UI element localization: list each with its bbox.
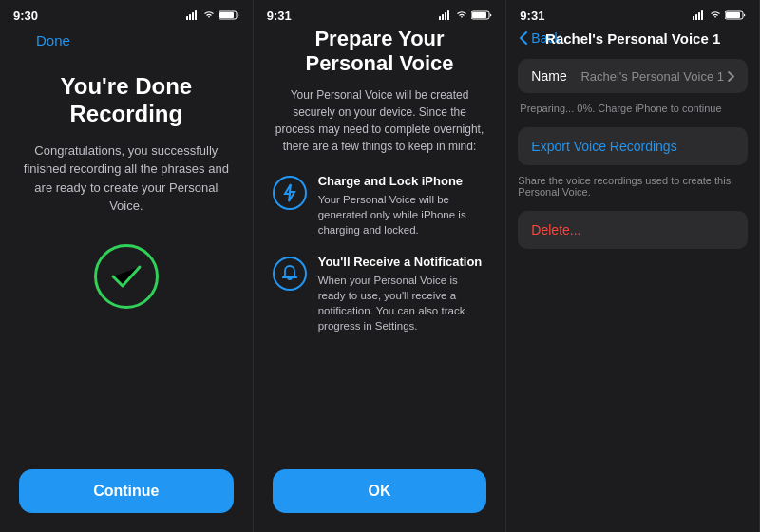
delete-button[interactable]: Delete...	[518, 211, 748, 249]
wifi-icon-2	[456, 10, 467, 20]
status-bar-2: 9:31	[254, 0, 506, 27]
svg-rect-12	[693, 16, 694, 20]
check-circle	[94, 244, 159, 309]
feature-charge-title: Charge and Lock iPhone	[318, 174, 487, 188]
panel-done-recording: 9:30 Done You're Done Recording Congratu…	[0, 0, 254, 532]
delete-btn-label: Delete...	[531, 222, 580, 238]
bell-icon-container	[273, 256, 307, 291]
status-bar-3: 9:31	[506, 0, 759, 27]
svg-rect-5	[219, 12, 234, 18]
panel-settings: 9:31 Back Rachel's Personal Voice 1 Name…	[506, 0, 760, 532]
signal-icon-3	[693, 10, 706, 20]
svg-rect-7	[442, 14, 444, 20]
ok-btn-container: OK	[254, 458, 506, 532]
svg-rect-15	[701, 10, 703, 20]
panel-prepare-voice: 9:31 Prepare Your Personal Voice Your Pe…	[254, 0, 507, 532]
status-bar-1: 9:30	[0, 0, 253, 27]
prepare-content: Prepare Your Personal Voice Your Persona…	[254, 27, 506, 458]
svg-rect-13	[695, 14, 697, 20]
feature-charge: Charge and Lock iPhone Your Personal Voi…	[273, 174, 487, 238]
name-value: Rachel's Personal Voice 1	[580, 69, 724, 84]
battery-icon-2	[471, 10, 492, 20]
svg-rect-17	[726, 12, 740, 18]
export-recordings-button[interactable]: Export Voice Recordings	[518, 127, 748, 165]
name-label: Name	[531, 68, 566, 84]
svg-rect-14	[698, 12, 700, 20]
export-description: Share the voice recordings used to creat…	[506, 171, 759, 205]
done-link[interactable]: Done	[23, 27, 84, 54]
done-content: Done You're Done Recording Congratulatio…	[0, 27, 253, 458]
signal-icon	[186, 10, 200, 20]
lightning-icon	[283, 183, 296, 202]
wifi-icon-3	[710, 10, 721, 20]
signal-icon-2	[439, 10, 452, 20]
feature-notification-desc: When your Personal Voice is ready to use…	[318, 273, 487, 333]
feature-notification-title: You'll Receive a Notification	[318, 255, 487, 269]
svg-rect-8	[445, 12, 446, 20]
name-section: Name Rachel's Personal Voice 1	[518, 59, 748, 93]
chevron-left-icon	[520, 31, 527, 45]
nav-bar: Back Rachel's Personal Voice 1	[506, 27, 759, 53]
feature-notification-text: You'll Receive a Notification When your …	[318, 255, 487, 333]
chevron-right-icon	[728, 71, 734, 82]
svg-rect-2	[192, 12, 194, 20]
name-value-container: Rachel's Personal Voice 1	[580, 69, 734, 84]
prepare-subtitle: Your Personal Voice will be created secu…	[273, 86, 487, 155]
checkmark-icon	[110, 263, 142, 290]
preparing-status: Preparing... 0%. Charge iPhone to contin…	[506, 99, 759, 122]
feature-notification: You'll Receive a Notification When your …	[273, 255, 487, 333]
name-row[interactable]: Name Rachel's Personal Voice 1	[518, 59, 748, 93]
done-subtitle: Congratulations, you successfully finish…	[23, 142, 230, 216]
bell-icon	[282, 265, 297, 282]
wifi-icon	[203, 10, 215, 20]
continue-button[interactable]: Continue	[19, 469, 234, 513]
svg-rect-3	[195, 10, 197, 20]
svg-rect-0	[186, 16, 188, 20]
feature-charge-text: Charge and Lock iPhone Your Personal Voi…	[318, 174, 487, 238]
prepare-heading: Prepare Your Personal Voice	[273, 27, 487, 77]
svg-rect-6	[439, 16, 441, 20]
battery-icon	[218, 10, 239, 20]
status-time-3: 9:31	[520, 9, 544, 23]
status-icons-3	[693, 10, 746, 20]
svg-rect-9	[447, 10, 449, 20]
battery-icon-3	[725, 10, 746, 20]
nav-title: Rachel's Personal Voice 1	[545, 30, 720, 47]
export-btn-label: Export Voice Recordings	[531, 139, 676, 154]
svg-rect-11	[472, 12, 486, 18]
feature-list: Charge and Lock iPhone Your Personal Voi…	[273, 174, 487, 352]
status-time-1: 9:30	[13, 9, 38, 23]
status-icons-2	[439, 10, 492, 20]
continue-btn-container: Continue	[0, 458, 253, 532]
status-time-2: 9:31	[267, 9, 292, 23]
done-heading: You're Done Recording	[23, 73, 230, 128]
status-icons-1	[186, 10, 239, 20]
lightning-icon-container	[273, 176, 307, 210]
ok-button[interactable]: OK	[273, 469, 487, 513]
svg-rect-1	[189, 14, 191, 20]
feature-charge-desc: Your Personal Voice will be generated on…	[318, 192, 487, 238]
